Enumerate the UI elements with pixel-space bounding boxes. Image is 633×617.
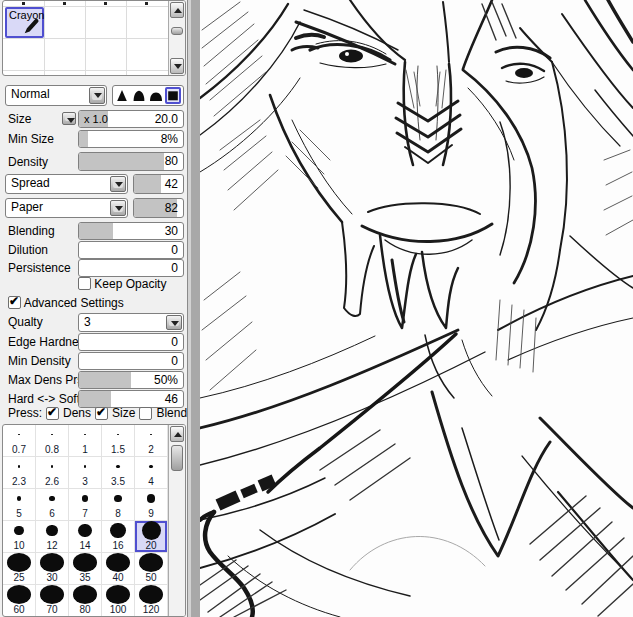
paper-strength-slider[interactable]: 82 [133, 198, 184, 218]
tip-shape-round[interactable] [131, 87, 147, 104]
brush-size-cell[interactable]: 40 [102, 553, 135, 585]
brush-size-dot [84, 434, 86, 436]
dilution-value: 0 [171, 243, 178, 257]
blending-slider[interactable]: 30 [78, 222, 184, 240]
brush-size-cell[interactable]: 100 [102, 585, 135, 617]
min-density-label: Min Density [8, 354, 71, 368]
scrollbar-thumb[interactable] [171, 445, 183, 471]
brush-size-cell[interactable]: 60 [3, 585, 36, 617]
arrow-down-icon [174, 64, 182, 69]
arrow-up-icon [174, 432, 182, 437]
slider-fill [79, 153, 164, 170]
size-grid-scrollbar[interactable] [168, 425, 185, 616]
chevron-down-icon[interactable] [166, 315, 182, 330]
dilution-slider[interactable]: 0 [78, 241, 184, 259]
size-slider[interactable]: x 1.0 20.0 [78, 110, 184, 128]
max-dens-prs-label: Max Dens Prs. [8, 373, 87, 387]
scroll-down-button[interactable] [170, 58, 184, 74]
brush-size-label: 25 [13, 572, 24, 584]
scrollbar-thumb[interactable] [171, 27, 183, 35]
brush-size-cell[interactable]: 0.8 [36, 425, 69, 457]
keep-opacity-checkbox[interactable] [78, 277, 91, 290]
texture-slot1-dropdown[interactable]: Spread [5, 174, 128, 194]
press-size-checkbox[interactable] [95, 407, 108, 420]
advanced-settings-checkbox[interactable] [8, 296, 21, 309]
brush-size-cell[interactable]: 14 [69, 521, 102, 553]
spread-strength-slider[interactable]: 42 [133, 174, 184, 194]
brush-size-cell[interactable]: 5 [3, 489, 36, 521]
scroll-up-button[interactable] [170, 426, 184, 442]
brush-size-cell[interactable]: 1 [69, 425, 102, 457]
brush-size-cell[interactable]: 30 [36, 553, 69, 585]
canvas-artwork[interactable] [200, 0, 633, 617]
brush-size-label: 5 [16, 508, 22, 520]
slider-fill [79, 372, 131, 388]
press-blend-checkbox[interactable] [139, 407, 152, 420]
cutoff-tool-icon [145, 2, 148, 5]
brush-size-dot [49, 496, 55, 502]
brush-size-cell[interactable]: 10 [3, 521, 36, 553]
brush-size-label: 80 [79, 604, 90, 616]
brush-size-cell[interactable]: 4 [135, 457, 168, 489]
chevron-down-icon[interactable] [110, 200, 126, 216]
brush-size-dot [117, 434, 119, 436]
brush-size-label: 7 [82, 508, 88, 520]
tip-shape-flat[interactable] [148, 87, 164, 104]
chevron-down-icon[interactable] [89, 87, 105, 104]
brush-size-cell[interactable]: 3.5 [102, 457, 135, 489]
brush-size-cell[interactable]: 70 [36, 585, 69, 617]
brush-size-cell[interactable]: 3 [69, 457, 102, 489]
brush-size-cell[interactable]: 20 [135, 521, 168, 553]
brush-size-cell[interactable]: 25 [3, 553, 36, 585]
brush-size-label: 10 [13, 540, 24, 552]
press-size-label: Size [112, 406, 135, 420]
brush-size-cell[interactable]: 0.7 [3, 425, 36, 457]
size-unit-dropdown[interactable] [62, 112, 76, 125]
brush-size-cell[interactable]: 120 [135, 585, 168, 617]
quality-dropdown[interactable]: 3 [78, 313, 184, 332]
brush-size-cell[interactable]: 1.5 [102, 425, 135, 457]
brush-size-dot [7, 585, 31, 604]
brush-size-cell[interactable]: 7 [69, 489, 102, 521]
brush-size-cell[interactable]: 50 [135, 553, 168, 585]
panel-divider[interactable] [187, 0, 200, 617]
brush-size-cell[interactable]: 2.3 [3, 457, 36, 489]
min-size-value: 8% [161, 132, 178, 146]
grid-line [126, 1, 127, 75]
brush-size-cell[interactable]: 2 [135, 425, 168, 457]
density-label: Density [8, 155, 48, 169]
brush-size-dot [40, 553, 64, 572]
brush-size-label: 2 [148, 444, 154, 456]
brush-size-cell[interactable]: 9 [135, 489, 168, 521]
canvas-viewport[interactable] [200, 0, 633, 617]
brush-size-cell[interactable]: 35 [69, 553, 102, 585]
tool-crayon-selected[interactable]: Crayon [5, 7, 44, 38]
chevron-down-icon[interactable] [110, 176, 126, 192]
min-density-slider[interactable]: 0 [78, 352, 184, 370]
brush-size-cell[interactable]: 12 [36, 521, 69, 553]
brush-size-cell[interactable]: 6 [36, 489, 69, 521]
brush-size-cell[interactable]: 16 [102, 521, 135, 553]
brush-size-cell[interactable]: 80 [69, 585, 102, 617]
brush-size-grid[interactable]: 0.70.811.522.32.633.54567891012141620253… [2, 424, 186, 617]
tool-grid[interactable]: Crayon [2, 0, 186, 76]
max-dens-prs-slider[interactable]: 50% [78, 371, 184, 389]
brush-size-label: 12 [46, 540, 57, 552]
tip-shape-square[interactable] [165, 87, 181, 104]
brush-size-label: 9 [148, 508, 154, 520]
brush-size-dot [142, 521, 161, 540]
scroll-up-button[interactable] [170, 2, 184, 18]
brush-size-cell[interactable]: 8 [102, 489, 135, 521]
blend-mode-dropdown[interactable]: Normal [5, 85, 107, 106]
persistence-slider[interactable]: 0 [78, 259, 184, 277]
cutoff-tool-icon [104, 2, 107, 5]
min-size-slider[interactable]: 8% [78, 130, 184, 148]
edge-hardness-slider[interactable]: 0 [78, 333, 184, 351]
texture-slot2-dropdown[interactable]: Paper [5, 198, 128, 218]
tool-grid-scrollbar[interactable] [168, 1, 185, 75]
density-slider[interactable]: 80 [78, 152, 184, 171]
press-dens-checkbox[interactable] [46, 407, 59, 420]
max-dens-prs-value: 50% [154, 373, 178, 387]
brush-size-cell[interactable]: 2.6 [36, 457, 69, 489]
tip-shape-triangle[interactable] [114, 87, 130, 104]
